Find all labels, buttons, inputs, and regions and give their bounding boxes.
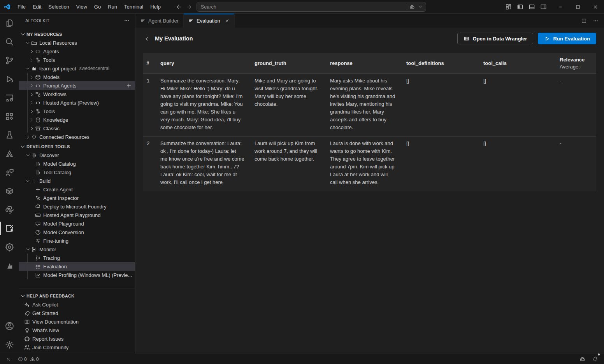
- toggle-panel-icon[interactable]: [528, 4, 535, 10]
- activitybar-extensions[interactable]: [0, 107, 19, 126]
- problems-button[interactable]: 0 0: [17, 354, 40, 364]
- sidebar-item-classic[interactable]: Classic: [19, 124, 135, 133]
- sidebar-item-build[interactable]: Build: [19, 177, 135, 185]
- menu-selection[interactable]: Selection: [45, 0, 72, 13]
- indent-guide: [27, 73, 28, 81]
- arrow-right-icon: [186, 4, 192, 10]
- sidebar-item-get-started[interactable]: Get Started: [19, 309, 135, 317]
- chevron-right-icon: [29, 109, 34, 114]
- sidebar-item-what-s-new[interactable]: What's New: [19, 326, 135, 334]
- tab-file-icon: [188, 18, 194, 23]
- activitybar-settings[interactable]: [0, 335, 19, 354]
- toggle-primary-sidebar-icon[interactable]: [517, 4, 523, 10]
- indent-guide: [27, 124, 28, 133]
- sidebar-item-local-resources[interactable]: Local Resources: [19, 38, 135, 47]
- section-developer-tools[interactable]: DEVELOPER TOOLS: [19, 142, 135, 151]
- menu-terminal[interactable]: Terminal: [121, 0, 147, 13]
- chart-icon: [35, 272, 41, 278]
- menu-view[interactable]: View: [73, 0, 91, 13]
- sidebar-item-evaluation[interactable]: Evaluation: [19, 262, 135, 271]
- copilot-icon: [409, 4, 415, 10]
- chevron-down-icon[interactable]: [416, 5, 423, 9]
- activitybar-run-and-debug[interactable]: [0, 70, 19, 88]
- tab-evaluation[interactable]: Evaluation: [184, 14, 235, 28]
- more-actions-icon[interactable]: [593, 18, 599, 24]
- history-back-icon[interactable]: [176, 4, 182, 10]
- sidebar-item-fine-tuning[interactable]: Fine-tuning: [19, 236, 135, 245]
- sidebar-item-ask-copilot[interactable]: Ask Copilot: [19, 300, 135, 309]
- toggle-panel-icon: [528, 4, 535, 10]
- run-evaluation-button[interactable]: Run Evaluation: [538, 33, 596, 44]
- sidebar-item-discover[interactable]: Discover: [19, 151, 135, 159]
- activitybar-partner-logo[interactable]: [0, 256, 19, 275]
- activitybar-search[interactable]: [0, 32, 19, 51]
- menu-file[interactable]: File: [14, 0, 29, 13]
- sidebar-item-workflows[interactable]: Workflows: [19, 90, 135, 98]
- sidebar-item-create-agent[interactable]: Create Agent: [19, 185, 135, 194]
- activitybar-testing[interactable]: [0, 126, 19, 144]
- table-row[interactable]: 2Summarize the conversation: Laura: ok ,…: [143, 136, 596, 191]
- maximize-button[interactable]: [569, 0, 586, 14]
- open-in-data-wrangler-button[interactable]: Open in Data Wrangler: [457, 33, 533, 44]
- add-button[interactable]: [126, 83, 132, 88]
- menu-run[interactable]: Run: [104, 0, 121, 13]
- activitybar-python[interactable]: [0, 200, 19, 219]
- sidebar-item-model-profiling-windows-ml-previe[interactable]: Model Profiling (Windows ML) (Previe...: [19, 271, 135, 279]
- sidebar-item-agents[interactable]: Agents: [19, 47, 135, 56]
- tab-agent-builder[interactable]: Agent Builder: [135, 14, 184, 28]
- more-actions-icon[interactable]: [124, 18, 130, 23]
- activitybar-source-control[interactable]: [0, 51, 19, 70]
- close-icon[interactable]: [225, 18, 230, 23]
- sidebar-item-tools[interactable]: Tools: [19, 56, 135, 64]
- sidebar-item-connected-resources[interactable]: Connected Resources: [19, 133, 135, 141]
- table-row[interactable]: 1Summarize the conversation: Mary: Hi Mi…: [143, 74, 596, 136]
- activitybar-containers[interactable]: [0, 182, 19, 200]
- sidebar-item-report-issues[interactable]: Report Issues: [19, 334, 135, 343]
- activitybar-chat[interactable]: [0, 163, 19, 182]
- customize-layout-icon[interactable]: [505, 4, 512, 10]
- sidebar-item-knowledge[interactable]: Knowledge: [19, 116, 135, 124]
- activitybar-explorer[interactable]: [0, 14, 19, 32]
- sidebar-item-model-catalog[interactable]: Model Catalog: [19, 159, 135, 168]
- close-button[interactable]: [586, 0, 604, 14]
- remote-window-button[interactable]: [5, 354, 12, 364]
- divider: [407, 4, 407, 10]
- copilot-icon[interactable]: [409, 4, 415, 10]
- notification-dot: [598, 354, 600, 355]
- sidebar-item-join-community[interactable]: Join Community: [19, 343, 135, 352]
- history-forward-icon[interactable]: [186, 4, 192, 10]
- sidebar-item-learn-gpt-project[interactable]: learn-gpt-projectswedencentral: [19, 64, 135, 73]
- activitybar-accounts[interactable]: [0, 317, 19, 335]
- sidebar-item-model-playground[interactable]: Model Playground: [19, 219, 135, 228]
- sidebar-item-models[interactable]: Models: [19, 73, 135, 81]
- sidebar-item-deploy-to-microsoft-foundry[interactable]: Deploy to Microsoft Foundry: [19, 202, 135, 211]
- sidebar-item-model-conversion[interactable]: Model Conversion: [19, 228, 135, 236]
- notifications-bell-button[interactable]: [591, 354, 599, 364]
- sidebar-item-monitor[interactable]: Monitor: [19, 245, 135, 254]
- sidebar-item-agent-inspector[interactable]: Agent Inspector: [19, 194, 135, 202]
- toggle-secondary-sidebar-icon[interactable]: [540, 4, 547, 10]
- sidebar-item-tracing[interactable]: Tracing: [19, 254, 135, 262]
- split-editor-icon[interactable]: [581, 18, 587, 24]
- sidebar-item-view-documentation[interactable]: View Documentation: [19, 317, 135, 326]
- menu-edit[interactable]: Edit: [29, 0, 45, 13]
- menu-go[interactable]: Go: [91, 0, 104, 13]
- menu-help[interactable]: Help: [147, 0, 164, 13]
- activitybar-ai-toolkit[interactable]: [0, 219, 19, 238]
- section-my-resources[interactable]: MY RESOURCES: [19, 30, 135, 38]
- sidebar-item-tool-catalog[interactable]: Tool Catalog: [19, 168, 135, 177]
- activitybar-azure[interactable]: [0, 144, 19, 163]
- chevron-right-icon: [29, 126, 34, 131]
- sidebar-item-hosted-agents-preview[interactable]: Hosted Agents (Preview): [19, 98, 135, 107]
- section-help-and-feedback[interactable]: HELP AND FEEDBACK: [19, 292, 135, 300]
- minimize-button[interactable]: [551, 0, 569, 14]
- copilot-status-button[interactable]: [578, 354, 586, 364]
- sidebar-item-tools[interactable]: Tools: [19, 107, 135, 116]
- command-center-search[interactable]: Search: [197, 2, 426, 12]
- activitybar-remote-explorer[interactable]: [0, 88, 19, 107]
- activitybar-ml-extension[interactable]: [0, 238, 19, 256]
- account-icon: [5, 322, 14, 331]
- back-button[interactable]: [143, 35, 151, 42]
- sidebar-item-prompt-agents[interactable]: Prompt Agents: [19, 81, 135, 90]
- sidebar-item-hosted-agent-playground[interactable]: Hosted Agent Playground: [19, 211, 135, 219]
